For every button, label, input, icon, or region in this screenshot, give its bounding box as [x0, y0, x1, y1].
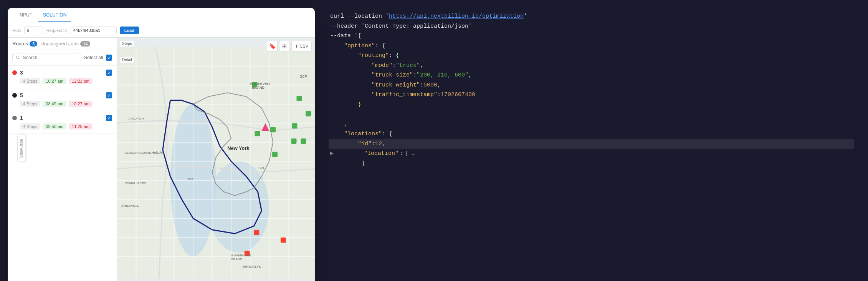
- svg-text:BROOKLYN: BROOKLYN: [243, 265, 261, 269]
- svg-rect-34: [255, 131, 260, 136]
- svg-rect-3: [117, 47, 315, 279]
- svg-text:New York: New York: [227, 145, 250, 151]
- right-panel: curl --location 'https://api.nextbillion…: [315, 0, 868, 281]
- search-row: Select all: [8, 50, 117, 66]
- indent-3c: [330, 80, 372, 90]
- route-number-3: 3: [20, 70, 103, 76]
- traffic-key: "traffic_timestamp": [372, 90, 437, 100]
- id-value: 12: [375, 139, 382, 149]
- svg-text:ROOSEVELT: ROOSEVELT: [250, 82, 271, 86]
- route-times-5: 4 Steps 08:49 am 10:27 am: [12, 101, 112, 107]
- route-item: 3 4 Steps 10:27 am 12:21 pm: [8, 66, 117, 88]
- bookmark-button[interactable]: 🔖: [267, 41, 278, 52]
- indent-3b: [330, 70, 372, 80]
- map-area[interactable]: New York Hoboken ROOSEVELT ISLAND CROXTO…: [117, 38, 315, 281]
- svg-rect-27: [296, 96, 302, 101]
- tabs-bar: INPUT SOLUTION: [8, 8, 315, 23]
- comma: ,: [420, 61, 423, 71]
- steps-label-3: 4 Steps: [20, 78, 40, 84]
- code-line-curl: curl --location 'https://api.nextbillion…: [330, 12, 853, 22]
- route-number-1: 1: [20, 115, 103, 121]
- header-line: --header 'Content-Type: application/json…: [330, 22, 472, 32]
- steps-label-5: 4 Steps: [20, 101, 40, 107]
- route-checkbox-3[interactable]: [106, 70, 112, 76]
- locations-colon: : {: [382, 129, 392, 139]
- location-key: "location": [364, 149, 398, 159]
- search-box[interactable]: [12, 53, 81, 62]
- comma2: ,: [468, 70, 472, 80]
- indent-1c: [330, 129, 344, 139]
- api-url[interactable]: https://api.nextbillion.io/optimization: [389, 12, 524, 22]
- svg-text:Hoboken: Hoboken: [151, 150, 167, 155]
- route-checkbox-1[interactable]: [106, 115, 112, 121]
- indent-2e: [330, 159, 361, 169]
- curl-cmd: curl --location ': [330, 12, 389, 22]
- code-line-id: "id" : 12 ,: [329, 139, 854, 149]
- routes-tab-label: Routes: [12, 41, 28, 47]
- tab-solution[interactable]: SOLUTION: [38, 9, 71, 22]
- colon-sep6: :: [400, 149, 403, 159]
- code-line-truck-weight: "truck_weight" : 5000 ,: [330, 80, 853, 90]
- svg-text:FDR: FDR: [258, 166, 264, 170]
- svg-point-5: [208, 161, 269, 253]
- code-line-data: --data '{: [330, 31, 853, 41]
- route-list: 3 4 Steps 10:27 am 12:21 pm 5: [8, 66, 117, 281]
- svg-rect-36: [281, 238, 286, 243]
- colon-sep: :: [392, 61, 396, 71]
- routes-tab[interactable]: Routes 3: [12, 41, 37, 47]
- location-value: [ …: [405, 149, 415, 159]
- unassigned-jobs-tab[interactable]: Unassigned Jobs 14: [40, 41, 90, 47]
- start-time-3: 10:27 am: [43, 78, 66, 84]
- data-line: --data '{: [330, 31, 361, 41]
- svg-text:JONESVILLE: JONESVILLE: [121, 204, 139, 208]
- search-input[interactable]: [23, 55, 78, 60]
- svg-rect-35: [254, 230, 260, 235]
- show-json-bar[interactable]: Show Json: [17, 135, 25, 162]
- comma4: ,: [382, 139, 385, 149]
- code-line-options: "options" : {: [330, 41, 853, 51]
- route-times-3: 4 Steps 10:27 am 12:21 pm: [12, 78, 112, 84]
- svg-text:GCP: GCP: [299, 75, 307, 78]
- close-bracket: ]: [361, 159, 365, 169]
- svg-rect-28: [306, 111, 311, 116]
- mode-value: "truck": [396, 61, 420, 71]
- host-input[interactable]: [24, 27, 43, 34]
- options-key: "options": [344, 41, 375, 51]
- top-bar: Host Request ID Load: [8, 23, 315, 38]
- indent-1b: [330, 120, 344, 130]
- route-item-header: 1: [12, 115, 112, 121]
- expand-arrow[interactable]: ▶: [330, 149, 334, 159]
- select-all-label: Select all: [84, 55, 103, 60]
- truck-weight-key: "truck_weight": [372, 80, 420, 90]
- tab-input[interactable]: INPUT: [14, 9, 37, 22]
- truck-size-value: "200, 210, 600": [417, 70, 468, 80]
- route-item: 5 4 Steps 08:49 am 10:27 am: [8, 88, 117, 111]
- id-key: "id": [358, 139, 372, 149]
- request-id-input[interactable]: [71, 27, 117, 34]
- load-button[interactable]: Load: [120, 27, 139, 34]
- code-line-mode: "mode" : "truck" ,: [330, 61, 853, 71]
- end-time-1: 11:25 am: [69, 123, 93, 130]
- svg-text:ISLAND: ISLAND: [252, 86, 265, 90]
- indent-2c: [330, 139, 358, 149]
- colon-sep2: :: [413, 70, 417, 80]
- svg-rect-32: [301, 138, 306, 144]
- csv-button[interactable]: ⬇ CSV: [291, 41, 312, 52]
- map-background: New York Hoboken ROOSEVELT ISLAND CROXTO…: [117, 38, 315, 281]
- route-item-header: 5: [12, 92, 112, 98]
- route-checkbox-5[interactable]: [106, 92, 112, 98]
- indent-2d: [338, 149, 362, 159]
- indent-2b: [330, 100, 358, 110]
- code-line-close-options: ,: [330, 120, 853, 130]
- svg-text:CROXTON: CROXTON: [129, 117, 144, 120]
- routes-count-badge: 3: [30, 41, 37, 47]
- colon-sep5: :: [372, 139, 375, 149]
- select-all-checkbox[interactable]: [106, 55, 112, 61]
- svg-line-1: [19, 58, 20, 60]
- indent-3d: [330, 90, 372, 100]
- svg-point-0: [17, 56, 19, 58]
- csv-label: CSV: [299, 44, 308, 48]
- host-label: Host: [12, 28, 21, 33]
- indent-2: [330, 51, 358, 61]
- layers-button[interactable]: ⊞: [279, 41, 290, 52]
